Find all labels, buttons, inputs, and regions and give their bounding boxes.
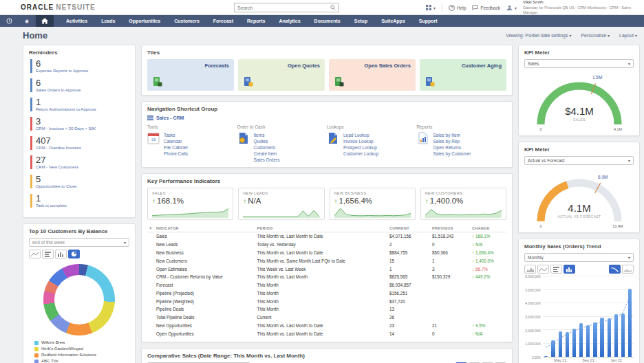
home-button[interactable] — [36, 15, 54, 27]
kpi-card-sales[interactable]: SALES↑168.1% — [147, 188, 233, 220]
chart-type-vbar-button[interactable] — [564, 265, 575, 274]
shortcut-link-customer-lookup[interactable]: Customer Lookup — [343, 151, 378, 157]
kpi-period-link[interactable]: Today vs. Yesterday — [256, 241, 388, 249]
shortcut-link-file-cabinet[interactable]: File Cabinet — [164, 144, 188, 151]
nav-item-leads[interactable]: Leads — [94, 19, 122, 23]
kpi-period-link[interactable]: This Month vs. Last Month — [256, 273, 388, 281]
feedback-button[interactable]: Feedback — [472, 5, 500, 10]
kpi-period-link[interactable]: This Month — [256, 289, 388, 297]
legend-item[interactable]: Herb's Garden/Winged — [34, 346, 129, 352]
shortcut-link-sales-by-rep[interactable]: Sales by Rep — [433, 138, 471, 144]
shortcut-link-open-returns[interactable]: Open Returns — [433, 144, 471, 151]
legend-item[interactable]: Redfield Information Solutions — [34, 352, 129, 358]
user-info[interactable]: Vikki Smith Gateway for Financials QB US… — [523, 0, 640, 14]
search-input[interactable] — [235, 6, 330, 10]
kpi-card-new-leads[interactable]: NEW LEADS↑N/A — [238, 188, 324, 220]
user-menu-button[interactable]: ▾ — [506, 5, 517, 11]
recent-records-button[interactable] — [0, 15, 18, 27]
chart-type-vbar-button[interactable] — [55, 250, 67, 258]
shortcut-link-invoice-lookup[interactable]: Invoice Lookup — [343, 138, 378, 144]
portlet-date-settings-dropdown[interactable]: Viewing: Portlet date settings ▾ — [506, 33, 571, 38]
reminder-item[interactable]: 27CRM - New Customers — [30, 155, 129, 169]
reminder-link[interactable]: CRM - Invoices > 30 Days > 50K — [36, 126, 129, 131]
reminder-link[interactable]: Task to complete — [36, 204, 129, 208]
shortcuts-button[interactable]: ★ — [18, 15, 36, 27]
chart-type-area-button[interactable] — [524, 265, 536, 274]
tile-forecasts[interactable]: Forecasts — [147, 59, 234, 91]
balance-donut-chart[interactable] — [43, 264, 115, 336]
shortcut-link-phone-calls[interactable]: Phone Calls — [164, 151, 188, 157]
kpi-period-link[interactable]: This Month — [256, 305, 388, 314]
shortcut-link-sales-by-item[interactable]: Sales by Item — [433, 132, 471, 138]
shortcut-link-tasks[interactable]: Tasks — [164, 132, 188, 138]
kpi-period-link[interactable]: This Week vs. Last Week — [256, 265, 388, 273]
nav-item-opportunities[interactable]: Opportunities — [122, 19, 167, 23]
shortcut-link-sales-orders[interactable]: Sales Orders — [254, 157, 280, 163]
monthly-period-select[interactable]: Monthly▾ — [524, 253, 634, 262]
kpi-period-link[interactable]: This Month vs. Last Month to Date — [256, 249, 388, 257]
tile-open-quotes[interactable]: Open Quotes — [238, 59, 325, 91]
reminder-link[interactable]: CRM - Overdue Invoices — [36, 146, 129, 150]
reminder-link[interactable]: Expense Reports to Approve — [36, 69, 129, 73]
global-search[interactable] — [234, 3, 339, 12]
reminder-link[interactable]: Sales Orders to Approve — [36, 88, 129, 92]
legend-item[interactable]: Wilkins Brew — [34, 340, 129, 346]
kpi-meter-select[interactable]: Actual vs Forecast▾ — [524, 156, 634, 165]
reminder-link[interactable]: Return Authorizations to Approve — [36, 107, 129, 111]
filter-caret-icon[interactable]: ▼ — [147, 225, 155, 232]
nav-item-analytics[interactable]: Analytics — [272, 19, 307, 23]
kpi-period-link[interactable]: This Month vs. Last Month to Date — [256, 329, 388, 338]
kpi-card-new-customers[interactable]: NEW CUSTOMERS↑1,400.0% — [420, 188, 506, 220]
reminder-item[interactable]: 1Task to complete — [30, 194, 129, 208]
chart-type-line-button[interactable] — [537, 265, 549, 274]
reminder-item[interactable]: 407CRM - Overdue Invoices — [30, 136, 129, 150]
kpi-meter-select[interactable]: Sales▾ — [524, 59, 634, 68]
nav-item-setup[interactable]: Setup — [347, 19, 374, 23]
nav-item-support[interactable]: Support — [412, 19, 444, 23]
nav-item-forecast[interactable]: Forecast — [206, 19, 240, 23]
nav-item-activities[interactable]: Activities — [59, 19, 94, 23]
shortcut-link-create-item[interactable]: Create Item — [254, 151, 280, 157]
help-button[interactable]: ? Help — [449, 5, 466, 11]
shortcut-group-header[interactable]: Sales - CRM — [147, 116, 506, 120]
shortcut-link-calendar[interactable]: Calendar — [164, 138, 188, 144]
trend-line-toggle[interactable] — [609, 265, 621, 274]
shortcut-link-items[interactable]: Items — [254, 132, 280, 138]
nav-item-suiteapps[interactable]: SuiteApps — [374, 19, 412, 23]
chart-type-pie-button[interactable] — [68, 250, 80, 258]
kpi-card-new-business[interactable]: NEW BUSINESS↑1,656.4% — [330, 188, 416, 220]
search-icon[interactable] — [330, 5, 338, 10]
chart-type-hbar-button[interactable] — [42, 250, 54, 258]
reminder-link[interactable]: CRM - New Customers — [36, 165, 129, 169]
shortcut-link-prospect-lookup[interactable]: Prospect Lookup — [343, 144, 378, 151]
reminder-item[interactable]: 1Return Authorizations to Approve — [30, 98, 129, 111]
nav-item-reports[interactable]: Reports — [240, 19, 272, 23]
reminder-item[interactable]: 6Sales Orders to Approve — [30, 78, 129, 92]
tile-customer-aging[interactable]: Customer Aging — [420, 59, 506, 91]
personalize-dropdown[interactable]: Personalize ▾ — [581, 33, 610, 38]
kpi-period-link[interactable]: This Month — [256, 297, 388, 305]
reminder-link[interactable]: Opportunities to Close — [36, 184, 129, 188]
shortcut-link-quotes[interactable]: Quotes — [254, 138, 280, 144]
reminder-item[interactable]: 3CRM - Invoices > 30 Days > 50K — [30, 117, 129, 131]
nav-item-documents[interactable]: Documents — [308, 19, 347, 23]
chart-type-line-button[interactable] — [29, 250, 41, 258]
reminder-item[interactable]: 6Expense Reports to Approve — [30, 59, 129, 73]
chart-type-hbar-button[interactable] — [550, 265, 562, 274]
kpi-period-link[interactable]: This Month vs. Last Month to Date — [256, 232, 388, 241]
kpi-period-link[interactable]: This Month — [256, 281, 388, 289]
shortcut-link-sales-by-customer[interactable]: Sales by Customer — [433, 151, 471, 157]
shortcut-link-customers[interactable]: Customers — [254, 144, 280, 151]
kpi-period-link[interactable]: This Month vs. Same Month Last FQtr to D… — [256, 256, 388, 265]
top10-balance-date-select[interactable]: end of this week▾ — [29, 238, 129, 247]
roles-menu-button[interactable]: ▾ — [426, 5, 436, 10]
kpi-period-link[interactable]: This Month vs. Last Month to Date — [256, 322, 388, 330]
shortcut-link-lead-lookup[interactable]: Lead Lookup — [343, 132, 378, 138]
kpi-period-link[interactable]: Current — [256, 314, 388, 322]
tile-open-sales-orders[interactable]: Open Sales Orders — [329, 59, 416, 91]
nav-item-customers[interactable]: Customers — [167, 19, 206, 23]
trend-area-toggle[interactable] — [622, 265, 634, 274]
layout-dropdown[interactable]: Layout ▾ — [619, 33, 637, 38]
legend-item[interactable]: ABC TVs — [34, 358, 129, 363]
reminder-item[interactable]: 5Opportunities to Close — [30, 175, 129, 188]
